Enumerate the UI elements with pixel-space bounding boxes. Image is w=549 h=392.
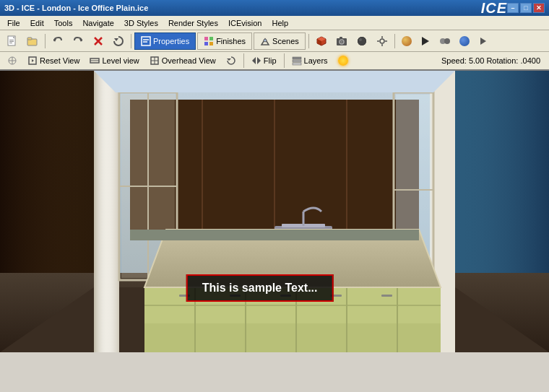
status-bar: Speed: 5.00 Rotation: .0400 (441, 56, 546, 65)
sun-icon (338, 56, 348, 66)
next-button[interactable] (475, 32, 492, 50)
separator-3 (308, 34, 309, 48)
render-icon (439, 35, 451, 47)
light-button[interactable] (334, 53, 353, 68)
layers-icon (292, 56, 302, 66)
delete-button[interactable] (89, 32, 108, 50)
app-brand: ICE (481, 0, 507, 17)
gold-sphere-button[interactable] (398, 32, 415, 50)
nav-small-icon (7, 56, 17, 66)
svg-rect-17 (204, 42, 208, 45)
overhead-view-icon (150, 56, 160, 66)
svg-marker-11 (114, 38, 118, 41)
svg-rect-51 (293, 57, 301, 59)
svg-point-29 (359, 38, 362, 41)
svg-marker-42 (32, 59, 34, 62)
properties-label: Properties (153, 37, 189, 45)
globe-button[interactable] (456, 32, 473, 50)
flip-button[interactable]: Flip (247, 53, 281, 68)
properties-button[interactable]: Properties (134, 32, 196, 50)
svg-marker-49 (252, 57, 256, 64)
svg-rect-18 (209, 42, 213, 45)
sample-text-overlay: This is sample Text... (186, 274, 334, 302)
settings-button[interactable] (373, 32, 392, 50)
reset-view-label: Reset View (40, 56, 79, 65)
overhead-view-button[interactable]: Overhead View (145, 53, 220, 68)
kitchen-scene (0, 71, 549, 352)
menu-edit[interactable]: Edit (26, 17, 48, 29)
scenes-icon (260, 36, 270, 46)
globe-icon (459, 36, 470, 46)
menu-tools[interactable]: Tools (50, 17, 77, 29)
rotate-button[interactable] (222, 53, 241, 68)
properties-icon (141, 36, 151, 46)
svg-point-19 (264, 39, 267, 42)
finishes-button[interactable]: Finishes (197, 32, 252, 50)
svg-marker-48 (227, 58, 231, 61)
svg-rect-12 (142, 37, 150, 45)
viewport-3d[interactable]: This is sample Text... (0, 71, 549, 352)
play-icon (422, 37, 429, 45)
menu-renderstyles[interactable]: Render Styles (164, 17, 222, 29)
window-title: 3D - ICE - London - Ice Office Plain.ice (4, 4, 481, 12)
svg-point-30 (380, 39, 384, 43)
refresh-button[interactable] (109, 32, 128, 50)
cube-button[interactable] (312, 32, 331, 50)
menu-icevision[interactable]: ICEvision (224, 17, 266, 29)
main-toolbar: Properties Finishes Scenes (0, 30, 549, 52)
separator-4 (394, 34, 395, 48)
layers-button[interactable]: Layers (288, 53, 332, 68)
level-view-button[interactable]: Level view (85, 53, 143, 68)
undo-button[interactable] (48, 32, 67, 50)
separator-nav2 (284, 53, 285, 68)
nav-toolbar: Reset View Level view Overhead View (0, 52, 549, 71)
svg-point-36 (444, 38, 450, 44)
menu-navigate[interactable]: Navigate (78, 17, 118, 29)
svg-rect-52 (293, 60, 301, 62)
level-view-icon (90, 56, 100, 66)
svg-marker-37 (480, 38, 486, 45)
separator-nav (243, 53, 244, 68)
svg-marker-50 (257, 57, 261, 64)
dark-sphere-button[interactable] (353, 32, 371, 50)
overhead-view-label: Overhead View (162, 56, 216, 65)
camera-icon (336, 35, 347, 47)
menu-help[interactable]: Help (267, 17, 293, 29)
svg-rect-99 (130, 230, 419, 240)
cube-icon (316, 35, 327, 47)
svg-rect-26 (340, 37, 342, 39)
new-button[interactable] (3, 32, 22, 50)
svg-rect-3 (9, 41, 14, 42)
svg-rect-4 (9, 43, 12, 43)
redo-icon (72, 35, 84, 47)
finishes-label: Finishes (216, 37, 246, 45)
open-button[interactable] (23, 32, 42, 50)
title-bar: 3D - ICE - London - Ice Office Plain.ice… (0, 0, 549, 16)
nav-toolbar-left: Reset View Level view Overhead View (3, 53, 353, 68)
svg-point-28 (358, 37, 366, 45)
dark-sphere-icon (356, 35, 368, 47)
reset-view-button[interactable]: Reset View (23, 53, 84, 68)
menu-file[interactable]: File (3, 17, 25, 29)
delete-icon (92, 35, 104, 47)
separator-1 (45, 34, 46, 48)
redo-button[interactable] (69, 32, 87, 50)
menu-3dstyles[interactable]: 3D Styles (120, 17, 163, 29)
rotate-icon (226, 56, 236, 66)
scenes-button[interactable]: Scenes (254, 32, 306, 50)
scenes-label: Scenes (272, 37, 299, 45)
svg-rect-53 (293, 63, 301, 65)
menu-bar: File Edit Tools Navigate 3D Styles Rende… (0, 16, 549, 30)
window-controls: – □ ✕ (507, 3, 545, 13)
speed-rotation-status: Speed: 5.00 Rotation: .0400 (441, 56, 540, 65)
play-button[interactable] (417, 32, 434, 50)
minimize-button[interactable]: – (507, 3, 519, 13)
level-view-label: Level view (102, 56, 139, 65)
close-button[interactable]: ✕ (533, 3, 545, 13)
maximize-button[interactable]: □ (520, 3, 532, 13)
camera-button[interactable] (332, 32, 351, 50)
gold-sphere-icon (402, 36, 412, 46)
reset-view-icon (27, 56, 38, 66)
render-button[interactable] (436, 32, 454, 50)
flip-icon (251, 56, 261, 66)
